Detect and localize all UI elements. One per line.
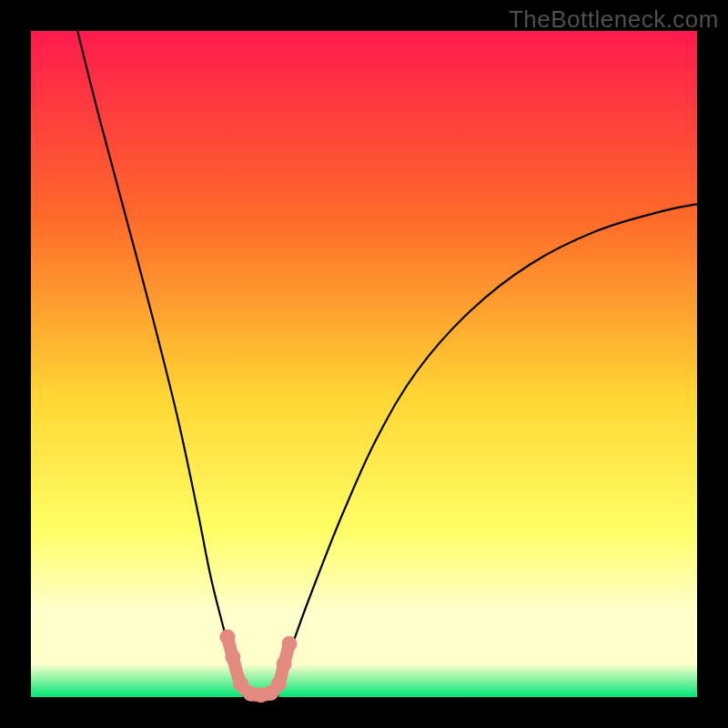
chart-frame: TheBottleneck.com — [0, 0, 728, 728]
plot-background — [31, 31, 697, 697]
marker-dot — [225, 650, 240, 665]
watermark-text: TheBottleneck.com — [509, 5, 719, 34]
marker-dot — [271, 676, 287, 692]
bottleneck-chart — [0, 0, 728, 728]
marker-dot — [219, 630, 235, 645]
marker-dot — [277, 656, 292, 672]
marker-dot — [282, 636, 298, 652]
